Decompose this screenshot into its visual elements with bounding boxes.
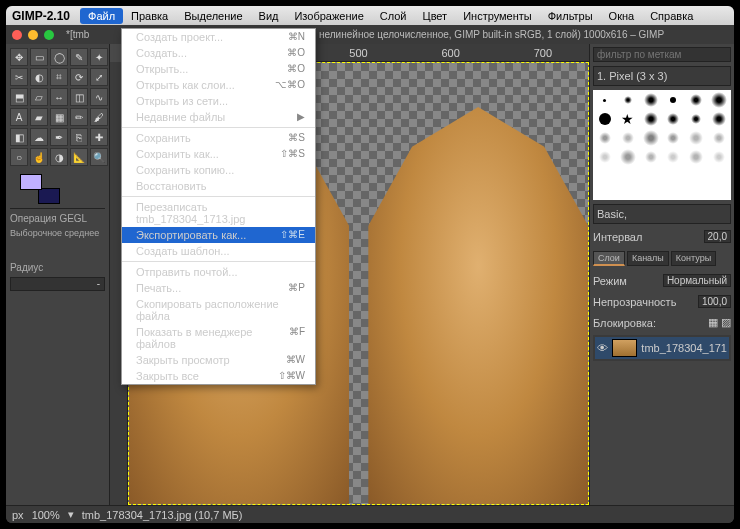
menu-item[interactable]: Сохранить копию... — [122, 162, 315, 178]
app-name: GIMP-2.10 — [12, 9, 70, 23]
file-menu-dropdown: Создать проект...⌘NСоздать...⌘OОткрыть..… — [121, 28, 316, 385]
tool-brush[interactable]: 🖌 — [90, 108, 108, 126]
tool-options-subtitle: Выборочное среднее — [10, 228, 105, 238]
menu-edit[interactable]: Правка — [123, 8, 176, 24]
menu-item[interactable]: Закрыть просмотр⌘W — [122, 352, 315, 368]
interval-value[interactable]: 20,0 — [704, 230, 731, 243]
interval-label: Интервал — [593, 231, 642, 243]
tool-grid: ✥ ▭ ◯ ✎ ✦ ✂ ◐ ⌗ ⟳ ⤢ ⬒ ▱ ↔ ◫ ∿ A ▰ ▦ ✏ 🖌 — [10, 48, 105, 166]
menu-item[interactable]: Скопировать расположение файла — [122, 296, 315, 324]
tool-rotate[interactable]: ⟳ — [70, 68, 88, 86]
tool-bucket[interactable]: ▰ — [30, 108, 48, 126]
tab-layers[interactable]: Слои — [593, 251, 625, 266]
status-zoom[interactable]: 100% — [32, 509, 60, 521]
tool-heal[interactable]: ✚ — [90, 128, 108, 146]
status-filename: tmb_178304_1713.jpg (10,7 МБ) — [82, 509, 243, 521]
menu-item[interactable]: Закрыть все⇧⌘W — [122, 368, 315, 384]
menu-item[interactable]: Открыть из сети... — [122, 93, 315, 109]
maximize-icon[interactable] — [44, 30, 54, 40]
tool-smudge[interactable]: ☝ — [30, 148, 48, 166]
tool-ellipse-select[interactable]: ◯ — [50, 48, 68, 66]
menu-item[interactable]: Печать...⌘P — [122, 280, 315, 296]
tool-zoom[interactable]: 🔍 — [90, 148, 108, 166]
visibility-icon[interactable]: 👁 — [597, 342, 608, 354]
menu-file[interactable]: Файл — [80, 8, 123, 24]
menu-item[interactable]: Перезаписать tmb_178304_1713.jpg — [122, 199, 315, 227]
tool-free-select[interactable]: ✎ — [70, 48, 88, 66]
tool-crop[interactable]: ⌗ — [50, 68, 68, 86]
menu-color[interactable]: Цвет — [415, 8, 456, 24]
menubar: GIMP-2.10 Файл Правка Выделение Вид Изоб… — [6, 6, 734, 25]
tool-flip[interactable]: ↔ — [50, 88, 68, 106]
lock-icons[interactable]: ▦ ▨ — [708, 316, 731, 329]
tool-blur[interactable]: ○ — [10, 148, 28, 166]
main-body: ✥ ▭ ◯ ✎ ✦ ✂ ◐ ⌗ ⟳ ⤢ ⬒ ▱ ↔ ◫ ∿ A ▰ ▦ ✏ 🖌 — [6, 44, 734, 505]
toolbox: ✥ ▭ ◯ ✎ ✦ ✂ ◐ ⌗ ⟳ ⤢ ⬒ ▱ ↔ ◫ ∿ A ▰ ▦ ✏ 🖌 — [6, 44, 110, 505]
lock-label: Блокировка: — [593, 317, 656, 329]
tool-rect-select[interactable]: ▭ — [30, 48, 48, 66]
layer-thumbnail — [612, 339, 637, 357]
fg-color[interactable] — [20, 174, 42, 190]
fg-bg-colors[interactable] — [20, 174, 60, 204]
menu-item[interactable]: Создать...⌘O — [122, 45, 315, 61]
tool-eraser[interactable]: ◧ — [10, 128, 28, 146]
layer-row[interactable]: 👁 tmb_178304_171 — [595, 337, 729, 359]
menu-item[interactable]: Создать проект...⌘N — [122, 29, 315, 45]
radius-slider[interactable]: - — [10, 277, 105, 291]
tool-move[interactable]: ✥ — [10, 48, 28, 66]
titlebar: *[tmb 3B 8 бит, нелинейное целочисленное… — [6, 25, 734, 44]
mode-label: Режим — [593, 275, 627, 287]
layer-tabs: Слои Каналы Контуры — [593, 251, 731, 266]
tool-measure[interactable]: 📐 — [70, 148, 88, 166]
brush-set-label[interactable]: Basic, — [593, 204, 731, 224]
tool-gradient[interactable]: ▦ — [50, 108, 68, 126]
tool-clone[interactable]: ⎘ — [70, 128, 88, 146]
menu-image[interactable]: Изображение — [286, 8, 371, 24]
menu-windows[interactable]: Окна — [601, 8, 643, 24]
menu-item[interactable]: Сохранить⌘S — [122, 130, 315, 146]
menu-filters[interactable]: Фильтры — [540, 8, 601, 24]
tool-text[interactable]: A — [10, 108, 28, 126]
menu-tools[interactable]: Инструменты — [455, 8, 540, 24]
menu-view[interactable]: Вид — [251, 8, 287, 24]
brush-filter-input[interactable] — [593, 47, 731, 62]
layers-list: 👁 tmb_178304_171 — [593, 335, 731, 361]
menu-item[interactable]: Открыть как слои...⌥⌘O — [122, 77, 315, 93]
mode-value[interactable]: Нормальный — [663, 274, 731, 287]
tool-dodge[interactable]: ◑ — [50, 148, 68, 166]
tool-scale[interactable]: ⤢ — [90, 68, 108, 86]
status-unit[interactable]: px — [12, 509, 24, 521]
menu-item[interactable]: Недавние файлы▶ — [122, 109, 315, 125]
menu-item[interactable]: Сохранить как...⇧⌘S — [122, 146, 315, 162]
opacity-value[interactable]: 100,0 — [698, 295, 731, 308]
tool-foreground[interactable]: ◐ — [30, 68, 48, 86]
tool-pencil[interactable]: ✏ — [70, 108, 88, 126]
tool-fuzzy-select[interactable]: ✦ — [90, 48, 108, 66]
menu-item[interactable]: Экспортировать как...⇧⌘E — [122, 227, 315, 243]
tab-paths[interactable]: Контуры — [671, 251, 716, 266]
minimize-icon[interactable] — [28, 30, 38, 40]
tool-cage[interactable]: ◫ — [70, 88, 88, 106]
menu-item[interactable]: Открыть...⌘O — [122, 61, 315, 77]
close-icon[interactable] — [12, 30, 22, 40]
tool-airbrush[interactable]: ☁ — [30, 128, 48, 146]
tool-warp[interactable]: ∿ — [90, 88, 108, 106]
menu-select[interactable]: Выделение — [176, 8, 250, 24]
menu-item[interactable]: Создать шаблон... — [122, 243, 315, 259]
menu-layer[interactable]: Слой — [372, 8, 415, 24]
menu-item[interactable]: Восстановить — [122, 178, 315, 194]
window-title-prefix: *[tmb — [66, 29, 89, 40]
brush-grid[interactable]: ★ — [593, 90, 731, 200]
menu-help[interactable]: Справка — [642, 8, 701, 24]
tool-perspective[interactable]: ▱ — [30, 88, 48, 106]
window-title-suffix: 3B 8 бит, нелинейное целочисленное, GIMP… — [275, 29, 664, 40]
menu-item[interactable]: Показать в менеджере файлов⌘F — [122, 324, 315, 352]
tab-channels[interactable]: Каналы — [627, 251, 669, 266]
tool-shear[interactable]: ⬒ — [10, 88, 28, 106]
tool-scissors[interactable]: ✂ — [10, 68, 28, 86]
tool-ink[interactable]: ✒ — [50, 128, 68, 146]
bg-color[interactable] — [38, 188, 60, 204]
menu-item[interactable]: Отправить почтой... — [122, 264, 315, 280]
right-panel: 1. Pixel (3 x 3) ★ — [589, 44, 734, 505]
gimp-window: GIMP-2.10 Файл Правка Выделение Вид Изоб… — [6, 6, 734, 523]
